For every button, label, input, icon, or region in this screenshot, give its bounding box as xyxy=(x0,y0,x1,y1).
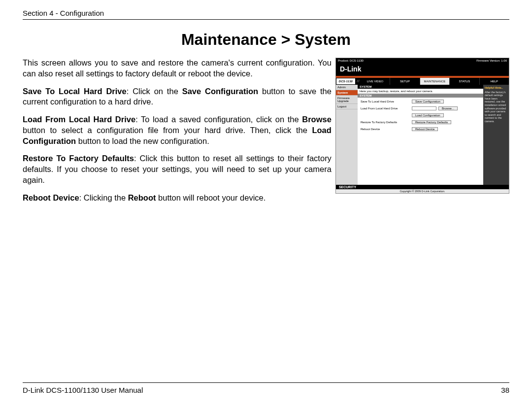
sidebar-item-firmware[interactable]: Firmware Upgrade xyxy=(336,96,358,104)
browse-button[interactable]: Browse... xyxy=(438,106,458,110)
row-reboot-label: Reboot Device xyxy=(361,128,412,131)
text-column: This screen allows you to save and resto… xyxy=(23,58,332,210)
security-bar: SECURITY xyxy=(336,185,509,189)
load-lead: Load From Local Hard Drive xyxy=(23,115,135,124)
reboot-mid: : Clicking the xyxy=(79,193,128,202)
load-mid2: button to select a configuration file fr… xyxy=(23,126,312,135)
shot-top-bar: Product: DCS-1130 Firmware Version: 1.00 xyxy=(336,58,509,63)
row-restore: Restore To Factory Defaults Restore Fact… xyxy=(361,120,480,124)
row-load2: Load Configuration xyxy=(361,113,480,117)
save-lead: Save To Local Hard Drive xyxy=(23,87,127,96)
shot-body: Admin System Firmware Upgrade Logout SYS… xyxy=(336,85,509,186)
tab-status[interactable]: STATUS xyxy=(450,78,479,85)
save-mid: : Click on the xyxy=(127,87,182,96)
load-mid1: : To load a saved configuration, click o… xyxy=(135,115,302,124)
reboot-device-button[interactable]: Reboot Device xyxy=(412,127,438,131)
save-paragraph: Save To Local Hard Drive: Click on the S… xyxy=(23,86,332,108)
load-configuration-button[interactable]: Load Configuration xyxy=(412,113,444,117)
page-footer: D-Link DCS-1100/1130 User Manual 38 xyxy=(23,382,509,394)
footer-left: D-Link DCS-1100/1130 User Manual xyxy=(23,386,143,394)
footer-page-number: 38 xyxy=(501,386,509,394)
sidebar-item-system[interactable]: System xyxy=(336,90,358,96)
tab-maintenance[interactable]: MAINTENANCE xyxy=(420,78,450,85)
sidebar-item-logout[interactable]: Logout xyxy=(336,104,358,109)
hints-text: After the factory's default settings hav… xyxy=(485,91,507,123)
restore-paragraph: Restore To Factory Defaults: Click this … xyxy=(23,153,332,185)
hints-panel: Helpful Hints.. After the factory's defa… xyxy=(483,85,509,186)
tab-help[interactable]: HELP xyxy=(480,78,509,85)
page-title: Maintenance > System xyxy=(23,31,509,49)
panel-heading: SYSTEM xyxy=(358,85,483,89)
row-save-label: Save To Local Hard Drive xyxy=(361,100,412,103)
shot-logo: D-Link xyxy=(336,63,509,78)
panel-subheading: SYSTEM xyxy=(358,94,483,98)
restore-lead: Restore To Factory Defaults xyxy=(23,154,134,163)
sidebar-item-admin[interactable]: Admin xyxy=(336,85,358,90)
reboot-bold: Reboot xyxy=(128,193,156,202)
shot-center: SYSTEM Here you may backup, restore, and… xyxy=(358,85,483,186)
hints-heading: Helpful Hints.. xyxy=(485,86,507,90)
row-load: Load From Local Hard Drive Browse... xyxy=(361,106,480,110)
file-path-input[interactable] xyxy=(412,106,436,110)
shot-tabs: DCS-1130 /// LIVE VIDEO SETUP MAINTENANC… xyxy=(336,78,509,85)
intro-paragraph: This screen allows you to save and resto… xyxy=(23,58,332,79)
load-bold1: Browse xyxy=(302,115,332,124)
row-save: Save To Local Hard Drive Save Configurat… xyxy=(361,100,480,103)
reboot-paragraph: Reboot Device: Clicking the Reboot butto… xyxy=(23,193,332,204)
restore-defaults-button[interactable]: Restore Factory Defaults xyxy=(412,120,451,124)
embedded-screenshot: Product: DCS-1130 Firmware Version: 1.00… xyxy=(335,58,509,194)
row-reboot: Reboot Device Reboot Device xyxy=(361,127,480,131)
slashes-icon: /// xyxy=(356,78,361,85)
panel-subtext: Here you may backup, restore, and reboot… xyxy=(358,89,483,94)
tab-setup[interactable]: SETUP xyxy=(390,78,420,85)
section-header: Section 4 - Configuration xyxy=(23,9,509,20)
reboot-lead: Reboot Device xyxy=(23,193,79,202)
load-paragraph: Load From Local Hard Drive: To load a sa… xyxy=(23,114,332,146)
save-bold: Save Configuration xyxy=(182,87,259,96)
row-load-label: Load From Local Hard Drive xyxy=(361,107,412,110)
shot-sidebar: Admin System Firmware Upgrade Logout xyxy=(336,85,358,186)
shot-product: Product: DCS-1130 xyxy=(338,58,364,63)
row-restore-label: Restore To Factory Defaults xyxy=(361,121,412,124)
content-row: This screen allows you to save and resto… xyxy=(23,58,509,210)
panel-rows: Save To Local Hard Drive Save Configurat… xyxy=(358,98,483,136)
copyright-bar: Copyright © 2009 D-Link Corporation. xyxy=(336,189,509,193)
tab-live-video[interactable]: LIVE VIDEO xyxy=(361,78,390,85)
load-rest: button to load the new configuration. xyxy=(76,137,209,145)
reboot-rest: button will reboot your device. xyxy=(156,193,266,202)
shot-footer: SECURITY Copyright © 2009 D-Link Corpora… xyxy=(336,185,509,193)
shot-model-tab: DCS-1130 xyxy=(336,78,356,85)
shot-firmware: Firmware Version: 1.00 xyxy=(476,58,507,63)
save-configuration-button[interactable]: Save Configuration xyxy=(412,100,444,103)
